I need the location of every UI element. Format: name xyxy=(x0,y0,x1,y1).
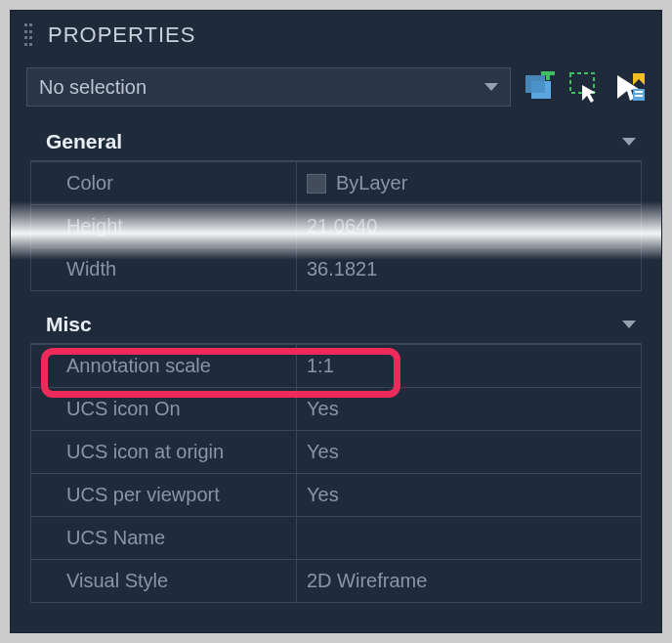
chevron-down-icon xyxy=(484,83,498,91)
property-label: Width xyxy=(31,248,297,290)
drag-grip-icon[interactable] xyxy=(24,23,34,47)
chevron-down-icon xyxy=(622,138,636,146)
properties-panel: PROPERTIES No selection xyxy=(10,10,662,633)
section-misc: Misc Annotation scale 1:1 UCS icon On Ye… xyxy=(30,305,642,603)
section-rows: Color ByLayer Height 21.0640 Width 36.18… xyxy=(30,161,642,291)
property-label: UCS icon at origin xyxy=(31,431,297,473)
property-label: Height xyxy=(31,205,297,247)
section-header-misc[interactable]: Misc xyxy=(30,305,642,344)
property-value: 36.1821 xyxy=(297,248,641,290)
property-row-color[interactable]: Color ByLayer xyxy=(31,161,641,204)
section-title: General xyxy=(46,130,122,153)
property-value: Yes xyxy=(297,431,641,473)
chevron-down-icon xyxy=(622,321,636,328)
property-value xyxy=(297,517,641,559)
property-value: 2D Wireframe xyxy=(297,560,641,602)
select-objects-icon[interactable] xyxy=(567,70,601,104)
color-swatch-icon xyxy=(307,174,326,193)
panel-header: PROPERTIES xyxy=(11,11,661,60)
toggle-pickadd-icon[interactable] xyxy=(523,70,556,104)
property-label: Color xyxy=(31,162,297,204)
svg-rect-10 xyxy=(635,95,643,97)
svg-rect-1 xyxy=(525,75,545,93)
property-label: UCS per viewport xyxy=(31,474,297,516)
property-row-annotation-scale[interactable]: Annotation scale 1:1 xyxy=(31,344,641,387)
property-label: UCS icon On xyxy=(31,388,297,430)
property-label: UCS Name xyxy=(31,517,297,559)
property-row-visual-style[interactable]: Visual Style 2D Wireframe xyxy=(31,559,641,602)
section-title: Misc xyxy=(46,313,92,336)
section-header-general[interactable]: General xyxy=(30,122,642,161)
property-value: 21.0640 xyxy=(297,205,641,247)
property-row-ucs-per-viewport[interactable]: UCS per viewport Yes xyxy=(31,473,641,516)
property-row-ucs-name[interactable]: UCS Name xyxy=(31,516,641,559)
property-value-text: ByLayer xyxy=(336,172,407,194)
property-value: ByLayer xyxy=(297,162,641,204)
property-row-height[interactable]: Height 21.0640 xyxy=(31,204,641,247)
svg-marker-7 xyxy=(633,73,645,85)
property-value: 1:1 xyxy=(297,345,641,387)
selector-row: No selection xyxy=(11,60,661,122)
property-value: Yes xyxy=(297,474,641,516)
panel-title: PROPERTIES xyxy=(48,22,195,48)
property-row-width[interactable]: Width 36.1821 xyxy=(31,247,641,290)
section-rows: Annotation scale 1:1 UCS icon On Yes UCS… xyxy=(30,344,642,603)
property-value: Yes xyxy=(297,388,641,430)
object-type-selector[interactable]: No selection xyxy=(26,67,511,107)
quick-select-icon[interactable] xyxy=(612,70,646,104)
property-label: Annotation scale xyxy=(31,345,297,387)
svg-rect-3 xyxy=(546,71,550,80)
selector-value: No selection xyxy=(39,76,147,99)
section-general: General Color ByLayer Height 21.0640 Wid… xyxy=(30,122,642,291)
property-row-ucs-icon-origin[interactable]: UCS icon at origin Yes xyxy=(31,430,641,473)
property-row-ucs-icon-on[interactable]: UCS icon On Yes xyxy=(31,387,641,430)
property-label: Visual Style xyxy=(31,560,297,602)
svg-rect-9 xyxy=(635,91,643,93)
